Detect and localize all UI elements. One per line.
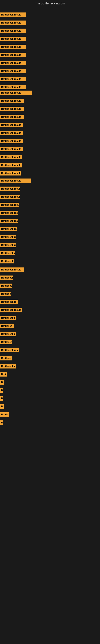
- list-item[interactable]: Bottleneck result: [0, 61, 26, 66]
- bottleneck-result-label: Bottleneck result: [0, 284, 12, 288]
- list-item[interactable]: Bottleneck result: [0, 45, 26, 50]
- bottleneck-result-label: B: [0, 420, 3, 425]
- list-item[interactable]: Bottleneck result: [0, 90, 32, 96]
- bottleneck-result-label: Bottleneck result: [0, 155, 22, 160]
- list-item[interactable]: Bottleneck result: [0, 77, 26, 82]
- list-item[interactable]: Bottleneck result: [0, 20, 26, 26]
- bottleneck-result-label: Bottleneck result: [0, 115, 24, 119]
- list-item[interactable]: Bottleneck result: [0, 139, 23, 144]
- list-item[interactable]: Bottleneck result: [0, 235, 16, 240]
- list-item[interactable]: Bottleneck result: [0, 163, 22, 168]
- bottleneck-result-label: Bott: [0, 372, 7, 376]
- bottleneck-result-label: Bottleneck result: [0, 20, 26, 25]
- list-item[interactable]: Bottleneck res: [0, 348, 19, 353]
- bottleneck-result-label: B: [0, 388, 3, 393]
- bottleneck-result-label: Bottleneck result: [0, 235, 16, 239]
- bottleneck-result-label: Bottleneck result: [0, 243, 16, 247]
- list-item[interactable]: Bottleneck result: [0, 147, 23, 152]
- bottleneck-result-label: Bottleneck result: [0, 107, 24, 111]
- bottleneck-result-label: Bottleneck result: [0, 12, 26, 17]
- list-item[interactable]: B: [0, 420, 3, 426]
- list-item[interactable]: Bottleneck result: [0, 53, 26, 58]
- bottleneck-result-label: Bottleneck result: [0, 171, 21, 176]
- list-item[interactable]: Bottleneck result: [0, 98, 24, 104]
- bottleneck-result-label: Bo: [0, 380, 4, 384]
- list-item[interactable]: Bottleneck result: [0, 115, 24, 120]
- bottleneck-result-label: Bottleneck result: [0, 61, 26, 65]
- list-item[interactable]: Bott: [0, 372, 7, 377]
- bottleneck-result-label: Bottle: [0, 412, 9, 417]
- bottleneck-result-label: Bottleneck result: [0, 163, 22, 168]
- list-item[interactable]: Bottleneck result: [0, 211, 18, 216]
- list-item[interactable]: B: [0, 396, 3, 402]
- bottleneck-result-label: Bottleneck result: [0, 251, 15, 256]
- bottleneck-result-label: Bottleneck r: [0, 316, 16, 320]
- bottleneck-result-label: Bottleneck result: [0, 292, 11, 296]
- site-title: TheBottlenecker.com: [0, 0, 100, 7]
- bottleneck-result-label: Bottleneck result: [0, 178, 31, 183]
- bottleneck-result-label: Bottleneck re: [0, 300, 18, 304]
- list-item[interactable]: Bottleneck result: [0, 28, 26, 34]
- list-item[interactable]: Bottleneck result: [0, 107, 24, 112]
- list-item[interactable]: Bottleneck re: [0, 300, 18, 305]
- list-item[interactable]: Bottleneck result: [0, 194, 20, 200]
- bottleneck-result-label: Bottleneck result: [0, 53, 26, 57]
- bottleneck-result-label: Bottlene: [0, 356, 12, 360]
- bottleneck-result-label: Bottleneck result: [0, 90, 32, 95]
- bottleneck-result-label: Bottleneck result: [0, 147, 23, 151]
- list-item[interactable]: Bottleneck result: [0, 259, 14, 264]
- list-item[interactable]: Bottleneck result: [0, 243, 16, 248]
- bottleneck-result-label: Bottleneck res: [0, 348, 19, 352]
- bottleneck-result-label: Bottlenec: [0, 324, 14, 328]
- list-item[interactable]: Bottleneck result: [0, 308, 22, 313]
- list-item[interactable]: Bottleneck r: [0, 364, 16, 369]
- list-item[interactable]: Bottleneck result: [0, 227, 17, 232]
- list-item[interactable]: Bottleneck result: [0, 131, 23, 136]
- list-item[interactable]: Bottleneck: [0, 340, 12, 345]
- list-item[interactable]: Bottleneck result: [0, 178, 31, 184]
- bottleneck-result-label: Bottleneck result: [0, 131, 23, 135]
- bottleneck-result-label: B: [0, 396, 3, 401]
- list-item[interactable]: Bottleneck result: [0, 186, 20, 192]
- bottleneck-result-label: Bottleneck result: [0, 219, 18, 223]
- list-item[interactable]: Bottleneck result: [0, 292, 11, 297]
- bottleneck-result-label: Bottleneck result: [0, 37, 26, 41]
- list-item[interactable]: Bottleneck result: [0, 203, 19, 208]
- bottleneck-result-label: Bottleneck result: [0, 276, 13, 280]
- list-item[interactable]: Bottleneck result: [0, 268, 24, 273]
- list-item[interactable]: Bo: [0, 404, 4, 410]
- list-item[interactable]: Bottleneck r: [0, 316, 16, 321]
- list-item[interactable]: Bottleneck result: [0, 284, 12, 289]
- bottleneck-result-label: Bottleneck result: [0, 186, 20, 191]
- bottleneck-result-label: Bottleneck result: [0, 98, 24, 103]
- list-item[interactable]: Bottleneck result: [0, 12, 26, 18]
- list-item[interactable]: Bottlenec: [0, 324, 14, 329]
- list-item[interactable]: B: [0, 388, 3, 394]
- list-item[interactable]: Bo: [0, 380, 4, 386]
- list-item[interactable]: Bottleneck result: [0, 85, 26, 90]
- bottleneck-result-label: Bottleneck result: [0, 211, 18, 215]
- list-item[interactable]: Bottleneck result: [0, 276, 13, 281]
- bottleneck-result-label: Bottleneck result: [0, 85, 26, 89]
- list-item[interactable]: Bottleneck result: [0, 171, 21, 176]
- bottleneck-result-label: Bottleneck result: [0, 308, 22, 312]
- list-item[interactable]: Bottleneck result: [0, 69, 26, 74]
- bottleneck-result-label: Bottleneck result: [0, 203, 19, 207]
- bottleneck-result-label: Bottleneck result: [0, 194, 20, 199]
- bottleneck-result-label: Bottleneck result: [0, 77, 26, 81]
- bottleneck-result-label: Bottleneck r: [0, 332, 16, 336]
- bottleneck-result-label: Bottleneck result: [0, 227, 17, 231]
- list-item[interactable]: Bottleneck r: [0, 332, 16, 337]
- list-item[interactable]: Bottleneck result: [0, 123, 23, 128]
- list-item[interactable]: Bottleneck result: [0, 251, 15, 256]
- bottleneck-result-label: Bottleneck r: [0, 364, 16, 368]
- bottleneck-result-label: Bottleneck: [0, 340, 12, 344]
- bottleneck-result-label: Bo: [0, 404, 4, 409]
- list-item[interactable]: Bottleneck result: [0, 37, 26, 42]
- bottleneck-result-label: Bottleneck result: [0, 123, 23, 127]
- list-item[interactable]: Bottleneck result: [0, 155, 22, 160]
- list-item[interactable]: Bottleneck result: [0, 219, 18, 224]
- bottleneck-result-label: Bottleneck result: [0, 268, 24, 272]
- list-item[interactable]: Bottlene: [0, 356, 12, 361]
- list-item[interactable]: Bottle: [0, 412, 9, 418]
